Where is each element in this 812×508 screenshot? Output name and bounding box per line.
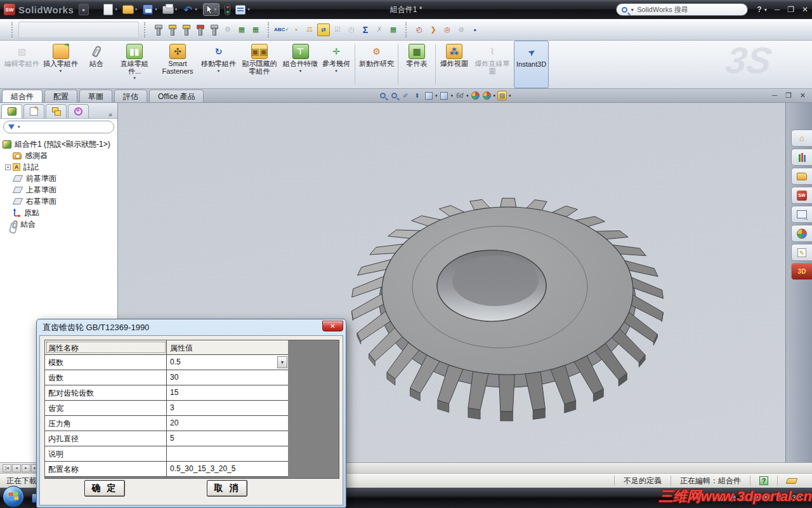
appearance-sphere-icon[interactable] bbox=[471, 91, 480, 100]
undo-dropdown-icon[interactable]: ▾ bbox=[195, 7, 197, 12]
new-dropdown-icon[interactable]: ▾ bbox=[115, 7, 117, 12]
bolt-red-icon[interactable] bbox=[166, 23, 178, 36]
tree-filter-box[interactable]: ▾ bbox=[3, 121, 114, 133]
select-cursor-button[interactable]: ▾ bbox=[203, 3, 220, 16]
toolbar-grip[interactable] bbox=[144, 22, 146, 37]
reference-geometry-button[interactable]: ✛ 參考幾何 ▾ bbox=[320, 41, 353, 88]
bolt-icon[interactable] bbox=[152, 23, 164, 36]
spell-check-icon[interactable]: ABC✓ bbox=[275, 23, 288, 36]
undo-icon[interactable]: ↶ bbox=[181, 3, 194, 16]
tree-item-top-plane[interactable]: 上基準面 bbox=[3, 184, 116, 196]
open-icon[interactable] bbox=[122, 3, 134, 16]
tags-icon[interactable] bbox=[785, 478, 797, 484]
tab-layout[interactable]: 配置 bbox=[44, 90, 77, 102]
edit-appearance-dropdown-icon[interactable]: ▾ bbox=[509, 93, 511, 98]
file-explorer-icon[interactable] bbox=[791, 168, 812, 185]
view-settings-dropdown-icon[interactable]: ▾ bbox=[466, 93, 469, 98]
insert-components-button[interactable]: 插入零組件 ▾ bbox=[41, 41, 80, 88]
instant3d-button[interactable]: ➤ Instant3D bbox=[514, 41, 549, 88]
home-icon[interactable]: ⌂ bbox=[791, 130, 812, 147]
tab-sketch[interactable]: 草圖 bbox=[79, 90, 112, 102]
nav-next-icon[interactable]: ▸ bbox=[22, 464, 30, 472]
exploded-view-button[interactable]: ⁂ 爆炸視圖 bbox=[438, 41, 471, 88]
menu-expand-button[interactable]: ▸ bbox=[79, 4, 89, 15]
mass-properties-icon[interactable]: ⚖ bbox=[303, 23, 316, 36]
scene-dropdown-icon[interactable]: ▾ bbox=[494, 93, 496, 98]
fastener-delete-icon[interactable] bbox=[193, 23, 206, 36]
doc-close-button[interactable]: ✕ bbox=[800, 91, 806, 100]
linear-component-pattern-button[interactable]: ▮▮ 直線零組件... ▾ bbox=[113, 41, 156, 88]
search-box[interactable]: ▼ SolidWorks 搜尋 bbox=[616, 3, 748, 16]
interference-detection-icon[interactable] bbox=[225, 4, 230, 15]
view-orientation-icon[interactable] bbox=[440, 91, 449, 100]
new-motion-study-button[interactable]: ⚙ 新動作研究 bbox=[357, 41, 396, 88]
curvature-icon[interactable]: ❯ bbox=[427, 23, 440, 36]
toolbar-grip[interactable] bbox=[268, 22, 270, 37]
zoom-area-icon[interactable] bbox=[390, 91, 399, 100]
measure-icon[interactable]: ◔ bbox=[289, 23, 302, 36]
configurationmanager-tab-icon[interactable] bbox=[46, 104, 67, 118]
tree-item-annotations[interactable]: + A 註記 bbox=[3, 161, 116, 173]
tree-item-front-plane[interactable]: 前基準面 bbox=[3, 173, 116, 184]
doc-minimize-button[interactable]: ─ bbox=[772, 91, 777, 100]
move-component-button[interactable]: ↻ 移動零組件 ▾ bbox=[199, 41, 238, 88]
scene-icon[interactable] bbox=[482, 91, 492, 100]
panel-overflow-chevron-icon[interactable]: » bbox=[108, 110, 112, 118]
tab-assembly[interactable]: 組合件 bbox=[2, 90, 43, 102]
tree-item-right-plane[interactable]: 右基準面 bbox=[3, 196, 116, 207]
print-icon[interactable] bbox=[162, 3, 174, 16]
table-green-icon[interactable]: ▦ bbox=[235, 23, 248, 36]
dimxpert-tab-icon[interactable] bbox=[68, 104, 89, 118]
ok-button[interactable]: 确 定 bbox=[84, 480, 125, 497]
help-dropdown-icon[interactable]: ▾ bbox=[764, 7, 767, 13]
tree-root-assembly[interactable]: 組合件1 (預設<顯示狀態-1>) bbox=[3, 138, 116, 150]
new-document-icon[interactable] bbox=[102, 3, 114, 16]
design-library-icon[interactable] bbox=[791, 149, 812, 166]
solidworks-resources-icon[interactable]: SW bbox=[791, 187, 812, 204]
zoom-fit-icon[interactable] bbox=[378, 91, 388, 100]
appearances-icon[interactable] bbox=[791, 225, 812, 242]
view-settings-icon[interactable]: 6d bbox=[455, 91, 464, 100]
propertymanager-tab-icon[interactable] bbox=[23, 104, 44, 118]
report-options-icon[interactable] bbox=[234, 3, 247, 16]
fastener-insert-icon[interactable] bbox=[207, 23, 220, 36]
select-dropdown-icon[interactable]: ▾ bbox=[214, 7, 217, 12]
filter-dropdown-icon[interactable]: ▾ bbox=[18, 124, 20, 130]
compare-docs-icon[interactable]: ▪▪ bbox=[469, 23, 481, 36]
toolbar-grip[interactable] bbox=[405, 22, 407, 37]
tab-evaluate[interactable]: 評估 bbox=[114, 90, 147, 102]
toolbar-grip[interactable] bbox=[11, 22, 13, 37]
help-button[interactable]: ? bbox=[757, 5, 761, 14]
table-green2-icon[interactable]: ▦ bbox=[249, 23, 262, 36]
custom-properties-icon[interactable]: ✎ bbox=[791, 244, 812, 261]
dialog-close-button[interactable]: ✕ bbox=[322, 321, 343, 331]
tree-item-sensors[interactable]: 感測器 bbox=[3, 150, 116, 161]
rotate-view-icon[interactable]: ✐ bbox=[401, 91, 410, 100]
doc-restore-button[interactable]: ❐ bbox=[785, 91, 792, 100]
display-style-dropdown-icon[interactable]: ▾ bbox=[435, 93, 438, 98]
cancel-button[interactable]: 取 消 bbox=[207, 480, 247, 497]
minimize-button[interactable]: ─ bbox=[775, 5, 780, 14]
bill-of-materials-button[interactable]: ▦ 零件表 bbox=[400, 41, 433, 88]
start-button[interactable] bbox=[3, 486, 24, 507]
nav-prev-icon[interactable]: ◂ bbox=[12, 464, 21, 472]
open-dropdown-icon[interactable]: ▾ bbox=[135, 7, 138, 12]
quick-tips-icon[interactable]: ? bbox=[759, 476, 768, 485]
search-scope-dropdown-icon[interactable]: ▼ bbox=[630, 8, 634, 12]
smart-fasteners-button[interactable]: ✣ Smart Fasteners bbox=[156, 41, 199, 88]
edit-appearance-icon[interactable]: ▨ bbox=[497, 91, 507, 100]
options-dropdown-icon[interactable]: ▾ bbox=[247, 7, 250, 12]
show-hidden-components-button[interactable]: ▣▣ 顯示隱藏的零組件 bbox=[238, 41, 281, 88]
expand-icon[interactable]: + bbox=[5, 164, 11, 170]
design-table-icon[interactable]: ▦ bbox=[387, 23, 400, 36]
equations-icon[interactable]: Σ bbox=[359, 23, 372, 36]
view-orientation-dropdown-icon[interactable]: ▾ bbox=[451, 93, 454, 98]
tab-office-products[interactable]: Office 產品 bbox=[149, 90, 204, 102]
tree-item-mates[interactable]: 結合 bbox=[3, 218, 116, 230]
save-icon[interactable] bbox=[141, 3, 154, 16]
display-style-icon[interactable] bbox=[424, 91, 433, 100]
fastener-edit-icon[interactable] bbox=[180, 23, 192, 36]
nav-first-icon[interactable]: |◂ bbox=[3, 464, 11, 472]
featuremanager-tab-icon[interactable] bbox=[1, 104, 22, 118]
pan-icon[interactable]: ⬍ bbox=[412, 91, 422, 100]
